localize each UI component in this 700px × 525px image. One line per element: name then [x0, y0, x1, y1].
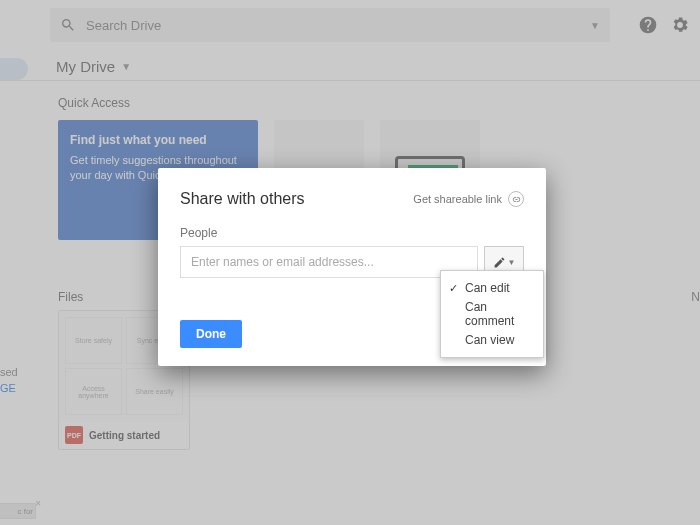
gear-icon[interactable]	[670, 15, 690, 35]
file-name: Getting started	[89, 430, 160, 441]
storage-used-label: sed	[0, 366, 18, 378]
thumb-cell: Access anywhere	[65, 368, 122, 415]
people-input[interactable]	[180, 246, 478, 278]
search-icon	[60, 17, 76, 33]
pdf-icon: PDF	[65, 426, 83, 444]
files-heading: Files	[58, 290, 83, 304]
pencil-icon	[493, 256, 506, 269]
truncated-right-label: N	[691, 290, 700, 304]
search-placeholder: Search Drive	[86, 18, 161, 33]
chevron-down-icon: ▼	[508, 258, 516, 267]
help-icon[interactable]	[638, 15, 658, 35]
sidebar-storage-chunk: sed GE	[0, 366, 18, 394]
search-options-caret[interactable]: ▼	[590, 20, 600, 31]
breadcrumb-title: My Drive	[56, 58, 115, 75]
quick-access-heading: Quick Access	[58, 96, 130, 110]
search-bar: Search Drive ▼	[50, 8, 690, 42]
promo-title: Find just what you need	[70, 132, 246, 149]
people-label: People	[180, 226, 524, 240]
dropdown-item-comment[interactable]: Can comment	[441, 301, 543, 327]
search-input-container[interactable]: Search Drive ▼	[50, 8, 610, 42]
close-icon[interactable]: ×	[35, 498, 41, 509]
toast-text: c for	[17, 507, 33, 516]
dropdown-item-edit[interactable]: Can edit	[441, 275, 543, 301]
done-button[interactable]: Done	[180, 320, 242, 348]
dropdown-item-view[interactable]: Can view	[441, 327, 543, 353]
divider	[0, 80, 700, 81]
thumb-cell: Share easily	[126, 368, 183, 415]
bottom-toast[interactable]: c for ×	[0, 503, 36, 519]
get-shareable-link-button[interactable]: Get shareable link	[413, 191, 524, 207]
chevron-down-icon: ▼	[121, 61, 131, 72]
shareable-link-label: Get shareable link	[413, 193, 502, 205]
sidebar-selected-pill	[0, 58, 28, 80]
permission-dropdown-menu: Can edit Can comment Can view	[440, 270, 544, 358]
thumb-cell: Store safely	[65, 317, 122, 364]
breadcrumb[interactable]: My Drive ▼	[56, 58, 131, 75]
upgrade-storage-link[interactable]: GE	[0, 382, 18, 394]
link-icon	[508, 191, 524, 207]
modal-title: Share with others	[180, 190, 305, 208]
